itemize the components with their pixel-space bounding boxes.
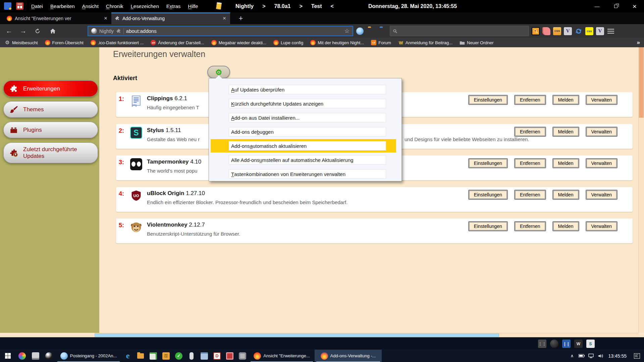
magnifier-extension-icon[interactable] (532, 27, 540, 35)
taskbar-camera-app-icon[interactable] (236, 350, 249, 362)
stylish-css-extension-icon[interactable]: CSS (553, 27, 561, 35)
tray-expand-chevron[interactable]: ∧ (568, 350, 577, 362)
tray-flyout-icon-dark-sphere[interactable] (550, 340, 558, 348)
menu-item-addon-aus-datei[interactable]: Add-on aus Datei installieren... (209, 111, 401, 125)
tray-flyout-icon-blue-book[interactable]: ❘❘ (562, 340, 571, 348)
tab-close-icon[interactable]: × (103, 15, 108, 22)
bookmark-item[interactable]: WAnmeldung für Beitrag... (398, 40, 452, 45)
menu-bearbeiten[interactable]: Bearbeiten (47, 3, 78, 9)
melden-button[interactable]: Melden (553, 127, 579, 136)
entfernen-button[interactable]: Entfernen (515, 95, 546, 105)
menu-item-updates-anzeigen[interactable]: Kürzlich durchgeführte Updates anzeigen (209, 97, 401, 111)
url-bar[interactable]: Nightly about:addons ☆ (88, 26, 353, 36)
menu-item-tastenkombinationen[interactable]: Tastenkombinationen von Erweiterungen ve… (209, 167, 401, 181)
taskbar-key-app-icon[interactable]: ⚿ (160, 350, 172, 362)
search-bar[interactable] (390, 26, 529, 36)
bookmark-item[interactable]: ⚙Meistbesucht (5, 40, 38, 45)
entfernen-button[interactable]: Entfernen (515, 222, 546, 231)
action-center-button[interactable] (630, 350, 644, 362)
vertical-scrollbar[interactable] (638, 47, 644, 333)
taskbar-explorer-icon[interactable] (134, 350, 147, 362)
tab-erweiterungen-ansicht[interactable]: Ansicht "Erweiterungen ver × (3, 12, 111, 24)
sidebar-item-zuletzt-updates[interactable]: Zuletzt durchgeführte Updates (3, 142, 98, 163)
new-tab-button[interactable]: + (235, 12, 247, 24)
einstellungen-button[interactable]: Einstellungen (469, 95, 507, 105)
tab-addons-verwaltung-active[interactable]: Add-ons-Verwaltung × (111, 12, 230, 24)
menu-item-updates-pruefen[interactable]: Auf Updates überprüfen (209, 82, 401, 97)
einstellungen-button[interactable]: Einstellungen (469, 222, 507, 231)
tray-flyout-icon-s[interactable]: S (586, 340, 595, 348)
entfernen-button[interactable]: Entfernen (515, 190, 546, 199)
bookmarks-overflow-chevron[interactable]: » (637, 39, 640, 46)
menu-lesezeichen[interactable]: Lesezeichen (127, 3, 163, 9)
tab-close-icon[interactable]: × (222, 15, 227, 22)
einstellungen-button[interactable]: Einstellungen (469, 159, 507, 168)
bookmark-item[interactable]: f-fForum (371, 40, 391, 45)
tray-flyout-icon-w[interactable]: W (574, 340, 583, 348)
taskbar-red-monitor-app-icon[interactable] (223, 350, 236, 362)
sidebar-item-erweiterungen[interactable]: Erweiterungen (3, 80, 98, 97)
bookmark-item[interactable]: Foren-Übersicht (45, 40, 84, 45)
bookmark-item[interactable]: shÄnderung der Darstell... (151, 40, 204, 45)
pinned-window-star-icon[interactable] (4, 2, 11, 10)
tray-flyout-icon-grid[interactable]: ⋮⋮ (538, 340, 546, 348)
verwalten-button[interactable]: Verwalten (586, 95, 617, 105)
menu-ansicht[interactable]: Ansicht (78, 3, 102, 9)
bookmark-item[interactable]: .ico-Datei funktioniert ... (91, 40, 144, 45)
menu-chronik[interactable]: Chronik (102, 3, 127, 9)
bookmark-item[interactable]: Megabar wieder deakti... (211, 40, 266, 45)
taskbar-antivirus-check-icon[interactable]: ✓ (172, 350, 185, 362)
taskbar-clock[interactable]: 13:45:55 (605, 350, 630, 362)
thunderbird-icon[interactable] (356, 27, 364, 35)
entfernen-button[interactable]: Entfernen (515, 127, 546, 136)
v-extension-icon[interactable]: V (564, 27, 572, 35)
verwalten-button[interactable]: Verwalten (586, 190, 617, 199)
v2-extension-icon[interactable]: V (596, 27, 604, 35)
melden-button[interactable]: Melden (553, 95, 579, 105)
css-extension-icon[interactable]: css (585, 27, 593, 35)
melden-button[interactable]: Melden (553, 190, 579, 199)
taskbar-color-wheel-icon[interactable] (15, 350, 29, 362)
verwalten-button[interactable]: Verwalten (586, 127, 617, 136)
horizontal-scrollbar-thumb[interactable] (95, 334, 499, 337)
horizontal-scrollbar[interactable] (95, 333, 638, 337)
close-button[interactable]: × (625, 0, 644, 12)
bookmark-item[interactable]: Neuer Ordner (460, 40, 493, 45)
melden-button[interactable]: Melden (553, 222, 579, 231)
einstellungen-button[interactable]: Einstellungen (469, 190, 507, 199)
bookmark-item[interactable]: Mit der heutigen Night... (310, 40, 364, 45)
menu-item-alle-umstellen[interactable]: Alle Add-ons umstellen auf automatische … (209, 153, 401, 167)
menu-datei[interactable]: Datei (28, 3, 47, 9)
start-button[interactable] (0, 350, 15, 362)
downloads-folder-icon[interactable] (368, 27, 375, 35)
taskbar-firefox-task-1[interactable]: Ansicht "Erweiterunge... (249, 350, 315, 362)
app-menu-hamburger-icon[interactable] (607, 27, 615, 35)
addon-card-violentmonkey[interactable]: 5: Violentmonkey 2.12.7 Benutzerskript-U… (116, 219, 633, 243)
verwalten-button[interactable]: Verwalten (586, 159, 617, 168)
reload-button[interactable] (32, 26, 43, 36)
sidebar-item-themes[interactable]: Themes (3, 101, 98, 118)
network-icon[interactable] (586, 350, 596, 362)
home-button[interactable] (47, 26, 58, 36)
volume-icon[interactable] (596, 350, 605, 362)
taskbar-dark-globe-icon[interactable] (42, 350, 56, 362)
menu-hilfe[interactable]: Hilfe (184, 3, 202, 9)
taskbar-edge-icon[interactable]: e (121, 350, 134, 362)
taskbar-notepad-app-icon[interactable] (198, 350, 211, 362)
library-folder-icon[interactable] (380, 27, 387, 35)
forward-button[interactable]: → (17, 26, 29, 36)
bookmark-item[interactable]: Lupe config (273, 40, 303, 45)
taskbar-dictionary-app-icon[interactable]: D (211, 350, 223, 362)
taskbar-thunderbird-task[interactable]: Posteingang - 2002An... (56, 350, 121, 362)
bookmark-star-icon[interactable]: ☆ (344, 27, 350, 35)
menu-item-addons-debuggen[interactable]: Add-ons debuggen (209, 125, 401, 139)
menu-item-automatisch-aktualisieren-highlighted[interactable]: Add-ons automatisch aktualisieren (209, 139, 401, 153)
script-scroll-extension-icon[interactable] (542, 27, 550, 35)
battery-icon[interactable] (577, 350, 586, 362)
minimize-button[interactable]: — (588, 0, 606, 12)
addon-card-ublock[interactable]: 4: UO uBlock Origin 1.27.10 Endlich ein … (116, 187, 633, 212)
verwalten-button[interactable]: Verwalten (586, 222, 617, 231)
entfernen-button[interactable]: Entfernen (515, 159, 546, 168)
restore-button[interactable] (606, 0, 625, 12)
sync-refresh-extension-icon[interactable] (575, 27, 583, 35)
